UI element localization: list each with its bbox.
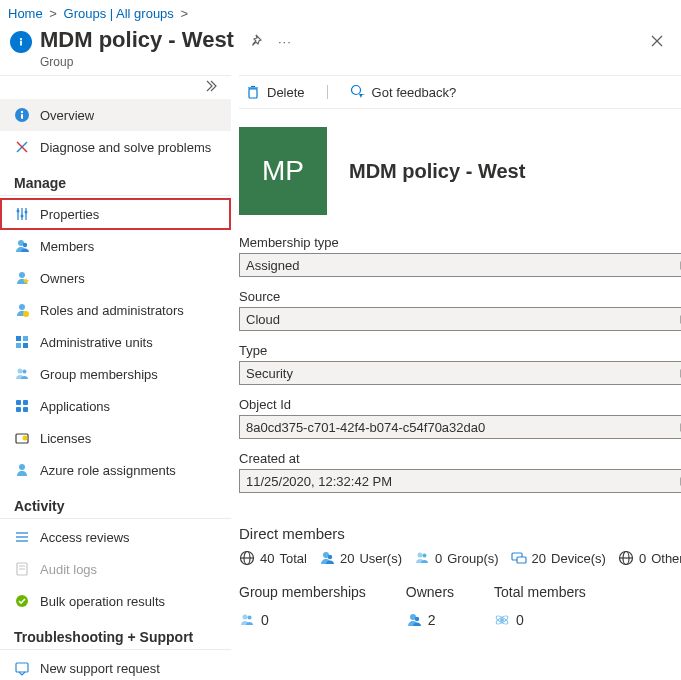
- stat-group-s-[interactable]: 0 Group(s): [414, 550, 499, 566]
- breadcrumb: Home > Groups | All groups >: [0, 0, 681, 25]
- sidebar-section-activity: Activity: [0, 486, 231, 519]
- sidebar-item-label: Overview: [40, 108, 94, 123]
- main-content: Delete Got feedback? MP MDM policy - Wes…: [231, 75, 681, 680]
- azure-roles-icon: [14, 462, 30, 478]
- svg-point-23: [20, 38, 22, 40]
- page-header: MDM policy - West Group ···: [0, 25, 681, 75]
- more-icon[interactable]: ···: [278, 34, 292, 49]
- sidebar-item-roles-and-administrators[interactable]: Roles and administrators: [0, 294, 231, 326]
- stat-other-s-[interactable]: 0 Other(s): [618, 550, 681, 566]
- summary-value: 0: [261, 612, 269, 628]
- sidebar-item-group-memberships[interactable]: Group memberships: [0, 358, 231, 390]
- sidebar-item-label: Owners: [40, 271, 85, 286]
- summary-total-members[interactable]: Total members 0: [494, 584, 586, 628]
- breadcrumb-groups[interactable]: Groups | All groups: [64, 6, 174, 21]
- svg-rect-47: [23, 407, 28, 412]
- sidebar-item-label: Group memberships: [40, 367, 158, 382]
- sidebar-item-audit-logs: Audit logs: [0, 553, 231, 585]
- summary-group-memberships[interactable]: Group memberships 0: [239, 584, 366, 628]
- summary-value: 0: [516, 612, 524, 628]
- sidebar-collapse[interactable]: [0, 75, 231, 99]
- svg-rect-40: [16, 336, 21, 341]
- direct-members-heading: Direct members: [239, 505, 681, 550]
- sidebar-item-label: Audit logs: [40, 562, 97, 577]
- svg-rect-41: [23, 336, 28, 341]
- sidebar-item-azure-role-assignments[interactable]: Azure role assignments: [0, 454, 231, 486]
- sidebar-item-owners[interactable]: Owners: [0, 262, 231, 294]
- sidebar-item-label: Members: [40, 239, 94, 254]
- sidebar: OverviewDiagnose and solve problems Mana…: [0, 75, 231, 680]
- sidebar-item-licenses[interactable]: Licenses: [0, 422, 231, 454]
- group-name: MDM policy - West: [349, 160, 681, 183]
- access-reviews-icon: [14, 529, 30, 545]
- svg-point-34: [21, 215, 24, 218]
- summary-owners[interactable]: Owners 2: [406, 584, 454, 628]
- command-bar: Delete Got feedback?: [239, 75, 681, 109]
- user-icon: [319, 550, 335, 566]
- page-title: MDM policy - West: [40, 27, 234, 53]
- group-memberships-icon: [14, 366, 30, 382]
- svg-point-35: [25, 211, 28, 214]
- sidebar-item-label: New support request: [40, 661, 160, 676]
- globe-icon: [618, 550, 634, 566]
- sidebar-item-label: Azure role assignments: [40, 463, 176, 478]
- summary-title: Owners: [406, 584, 454, 612]
- feedback-button[interactable]: Got feedback?: [346, 82, 461, 102]
- sidebar-item-overview[interactable]: Overview: [0, 99, 231, 131]
- sidebar-item-new-support-request[interactable]: New support request: [0, 652, 231, 680]
- summary-value: 2: [428, 612, 436, 628]
- svg-rect-43: [23, 343, 28, 348]
- sidebar-item-label: Diagnose and solve problems: [40, 140, 211, 155]
- overview-icon: [14, 107, 30, 123]
- stat-total[interactable]: 40 Total: [239, 550, 307, 566]
- sidebar-item-diagnose-and-solve-problems[interactable]: Diagnose and solve problems: [0, 131, 231, 163]
- svg-rect-46: [16, 407, 21, 412]
- delete-button[interactable]: Delete: [241, 82, 309, 102]
- sidebar-item-administrative-units[interactable]: Administrative units: [0, 326, 231, 358]
- sidebar-item-bulk-operation-results[interactable]: Bulk operation results: [0, 585, 231, 617]
- group-icon: [414, 550, 430, 566]
- svg-point-38: [19, 304, 25, 310]
- sidebar-item-label: Bulk operation results: [40, 594, 165, 609]
- stat-device-s-[interactable]: 20 Device(s): [511, 550, 606, 566]
- field-created-at: Created at 11/25/2020, 12:32:42 PM: [239, 451, 681, 493]
- sidebar-section-manage: Manage: [0, 163, 231, 196]
- device-icon: [511, 550, 527, 566]
- sidebar-item-label: Applications: [40, 399, 110, 414]
- admin-units-icon: [14, 334, 30, 350]
- info-icon: [10, 31, 32, 53]
- sidebar-item-properties[interactable]: Properties: [0, 198, 231, 230]
- group-hero: MP MDM policy - West: [239, 109, 681, 235]
- roles-icon: [14, 302, 30, 318]
- svg-rect-42: [16, 343, 21, 348]
- field-value: Security: [239, 361, 681, 385]
- diagnose-icon: [14, 139, 30, 155]
- sidebar-item-members[interactable]: Members: [0, 230, 231, 262]
- svg-rect-24: [20, 41, 22, 46]
- stat-user-s-[interactable]: 20 User(s): [319, 550, 402, 566]
- field-source: Source Cloud: [239, 289, 681, 331]
- audit-logs-icon: [14, 561, 30, 577]
- field-object-id: Object Id 8a0cd375-c701-42f4-b074-c54f70…: [239, 397, 681, 439]
- field-value: Cloud: [239, 307, 681, 331]
- sidebar-item-applications[interactable]: Applications: [0, 390, 231, 422]
- atom-icon: [494, 612, 510, 628]
- field-value: 11/25/2020, 12:32:42 PM: [239, 469, 681, 493]
- field-value: 8a0cd375-c701-42f4-b074-c54f70a32da0: [239, 415, 681, 439]
- svg-point-36: [19, 272, 25, 278]
- pin-icon[interactable]: [248, 33, 264, 49]
- globe-icon: [239, 550, 255, 566]
- svg-rect-45: [23, 400, 28, 405]
- close-button[interactable]: [649, 27, 671, 49]
- bulk-ops-icon: [14, 593, 30, 609]
- sidebar-item-label: Properties: [40, 207, 99, 222]
- svg-point-50: [19, 464, 25, 470]
- members-icon: [14, 238, 30, 254]
- field-label: Object Id: [239, 397, 681, 415]
- owners-icon: [14, 270, 30, 286]
- svg-rect-58: [16, 663, 28, 672]
- sidebar-item-access-reviews[interactable]: Access reviews: [0, 521, 231, 553]
- breadcrumb-home[interactable]: Home: [8, 6, 43, 21]
- page-subtitle: Group: [40, 53, 234, 69]
- direct-members-stats: 40 Total20 User(s)0 Group(s)20 Device(s)…: [239, 550, 681, 566]
